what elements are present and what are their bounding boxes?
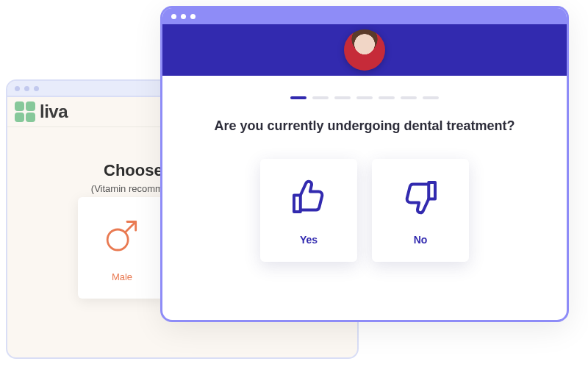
avatar — [344, 29, 385, 71]
traffic-light-dot — [34, 86, 39, 91]
quiz-window: Are you currently undergoing dental trea… — [160, 6, 569, 322]
option-yes[interactable]: Yes — [260, 159, 357, 262]
quiz-options: Yes No — [162, 159, 567, 262]
traffic-light-dot — [190, 14, 196, 19]
progress-segment — [356, 96, 373, 99]
progress-segment — [312, 96, 329, 99]
gender-option-label: Male — [112, 271, 132, 282]
traffic-light-dot — [171, 14, 176, 19]
window-titlebar — [162, 8, 567, 24]
traffic-light-dot — [181, 14, 186, 19]
progress-segment — [290, 96, 306, 99]
option-label: Yes — [300, 234, 318, 246]
gender-option-male[interactable]: Male — [78, 197, 166, 299]
traffic-light-dot — [24, 86, 29, 91]
progress-segment — [401, 96, 417, 99]
quiz-header — [162, 24, 567, 76]
male-icon — [101, 214, 143, 258]
svg-line-1 — [126, 221, 136, 232]
liva-logo-icon — [15, 101, 35, 122]
brand-name: liva — [40, 101, 68, 122]
progress-segment — [334, 96, 351, 99]
option-no[interactable]: No — [372, 159, 469, 262]
traffic-light-dot — [15, 86, 20, 91]
option-label: No — [414, 234, 428, 246]
progress-segment — [423, 96, 439, 99]
progress-segment — [379, 96, 395, 99]
quiz-question: Are you currently undergoing dental trea… — [162, 118, 567, 134]
thumbs-up-icon — [287, 175, 331, 222]
thumbs-down-icon — [398, 175, 442, 222]
progress-indicator — [162, 96, 567, 99]
